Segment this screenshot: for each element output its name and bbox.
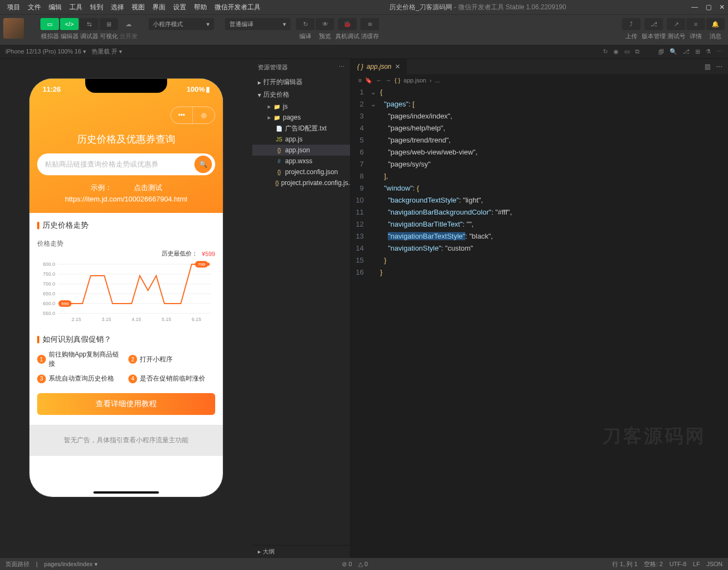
record-icon[interactable]: ◉ xyxy=(613,48,619,55)
clearcache-lbl: 清缓存 xyxy=(361,32,379,40)
mode-select[interactable]: 小程序模式▾ xyxy=(149,18,214,30)
svg-text:2.15: 2.15 xyxy=(72,317,81,322)
file-tree-item[interactable]: ▸📁pages xyxy=(252,112,350,123)
messages-lbl: 消息 xyxy=(709,32,721,40)
code-editor[interactable]: 12345678910111213141516 ⌄⌄ { "pages": [ … xyxy=(351,86,728,278)
visual-button[interactable]: ⊞ xyxy=(99,18,118,30)
outline-section[interactable]: ▸ 大纲 xyxy=(252,545,350,558)
phone-frame: 11:26 100%▮ ••• ◎ 历史价格及优惠券查询 粘贴商品链接查询价格走… xyxy=(29,79,223,497)
clearcache-button[interactable]: ≋ xyxy=(360,18,379,30)
encoding[interactable]: UTF-8 xyxy=(670,561,686,567)
step-4: 是否在促销前临时涨价 xyxy=(140,374,205,383)
open-editors-section[interactable]: ▸打开的编辑器 xyxy=(252,76,350,88)
chevron-down-icon: ▾ xyxy=(258,91,261,99)
tutorial-button[interactable]: 查看详细使用教程 xyxy=(37,393,215,415)
file-tree-item[interactable]: {}app.json xyxy=(252,145,350,156)
explorer-more-icon[interactable]: ⋯ xyxy=(339,63,345,72)
device-select[interactable]: iPhone 12/13 (Pro) 100% 16 ▾ xyxy=(5,48,86,55)
file-tree-item[interactable]: 📄广告ID配置.txt xyxy=(252,123,350,134)
menu-wxdev[interactable]: 微信开发者工具 xyxy=(211,3,264,12)
file-tree-item[interactable]: {}project.private.config.js... xyxy=(252,177,350,188)
file-tree-item[interactable]: {}project.config.json xyxy=(252,167,350,177)
menu-select[interactable]: 选择 xyxy=(107,3,128,12)
app-title: 历史价格及优惠券查询 xyxy=(37,133,215,146)
menu-file[interactable]: 文件 xyxy=(24,3,45,12)
branch-icon[interactable]: ⎇ xyxy=(683,48,690,55)
menu-tool[interactable]: 工具 xyxy=(66,3,86,12)
editor-tab[interactable]: { }app.json✕ xyxy=(351,59,407,74)
editor-button[interactable]: </> xyxy=(60,18,79,30)
project-section[interactable]: ▾历史价格 xyxy=(252,88,350,101)
status-battery: 100%▮ xyxy=(187,85,210,93)
upload-button[interactable]: ⤴ xyxy=(622,18,641,30)
files-icon[interactable]: 🗐 xyxy=(658,49,664,55)
compile-select[interactable]: 普通编译▾ xyxy=(225,18,291,30)
file-tree-item[interactable]: ▸📁js xyxy=(252,101,350,112)
close-button[interactable]: ✕ xyxy=(719,3,725,11)
avatar[interactable] xyxy=(3,18,24,39)
close-tab-icon[interactable]: ✕ xyxy=(395,63,400,70)
chevron-down-icon: ▾ xyxy=(206,21,210,28)
split-icon[interactable]: ▥ xyxy=(705,63,711,70)
back-icon[interactable]: ← xyxy=(376,77,382,84)
test-icon[interactable]: ⚗ xyxy=(706,48,711,55)
search-icon[interactable]: 🔍 xyxy=(670,48,677,55)
details-button[interactable]: ≡ xyxy=(686,18,705,30)
search-box[interactable]: 粘贴商品链接查询价格走势或优惠券 🔍 xyxy=(37,153,215,175)
errors-count[interactable]: ⊘ 0 xyxy=(342,561,352,568)
file-tree-item[interactable]: #app.wxss xyxy=(252,156,350,167)
page-path-select[interactable]: pages/index/index ▾ xyxy=(44,561,98,568)
forward-icon[interactable]: → xyxy=(385,77,391,84)
device-icon[interactable]: ▭ xyxy=(624,48,630,55)
ext-icon[interactable]: ⊞ xyxy=(695,48,700,55)
search-button[interactable]: 🔍 xyxy=(194,156,212,173)
svg-text:799: 799 xyxy=(198,262,205,267)
eol[interactable]: LF xyxy=(693,561,700,567)
menu-goto[interactable]: 转到 xyxy=(86,3,107,12)
fold-icon[interactable]: ≡ xyxy=(358,77,362,84)
copy-icon[interactable]: ⧉ xyxy=(635,48,640,55)
simulator-button[interactable]: ▭ xyxy=(40,18,59,30)
debugger-button[interactable]: ⇆ xyxy=(80,18,98,30)
menu-ui[interactable]: 界面 xyxy=(149,3,169,12)
example-test-link[interactable]: 点击测试 xyxy=(134,183,162,193)
menu-view[interactable]: 视图 xyxy=(128,3,149,12)
messages-button[interactable]: 🔔 xyxy=(706,18,725,30)
menu-help[interactable]: 帮助 xyxy=(190,3,211,12)
indent-setting[interactable]: 空格: 2 xyxy=(644,560,662,568)
capsule-close-button[interactable]: ◎ xyxy=(193,107,215,123)
maximize-button[interactable]: ▢ xyxy=(706,3,712,11)
compile-button[interactable]: ↻ xyxy=(296,18,315,30)
window-title: 历史价格_刀客源码网 - 微信开发者工具 Stable 1.06.2209190 xyxy=(264,3,691,12)
breadcrumb[interactable]: ≡ 🔖 ← → { }app.json›... xyxy=(351,74,728,86)
capsule-menu-button[interactable]: ••• xyxy=(171,107,193,123)
cloud-button[interactable]: ☁ xyxy=(119,18,138,30)
warnings-count[interactable]: △ 0 xyxy=(358,561,368,568)
file-tree-item[interactable]: JSapp.js xyxy=(252,134,350,145)
cloud-label: 云开发 xyxy=(120,32,138,40)
realdevice-button[interactable]: 🐞 xyxy=(338,18,357,30)
more-icon[interactable]: ⋯ xyxy=(717,48,723,55)
hotreload-toggle[interactable]: 热重载 开 ▾ xyxy=(92,48,122,56)
example-url[interactable]: https://item.jd.com/100026667904.html xyxy=(37,195,215,203)
more-icon[interactable]: ⋯ xyxy=(716,63,723,70)
menu-settings[interactable]: 设置 xyxy=(169,3,190,12)
refresh-icon[interactable]: ↻ xyxy=(603,48,608,55)
version-button[interactable]: ⎇ xyxy=(644,18,663,30)
test-button[interactable]: ↗ xyxy=(667,18,685,30)
home-indicator xyxy=(93,491,159,494)
section-howto-title: 如何识别真假促销？ xyxy=(43,335,111,345)
device-bar: iPhone 12/13 (Pro) 100% 16 ▾ 热重载 开 ▾ ↻ ◉… xyxy=(0,45,728,59)
menu-bar: 项目 文件 编辑 工具 转到 选择 视图 界面 设置 帮助 微信开发者工具 历史… xyxy=(0,0,728,14)
menu-project[interactable]: 项目 xyxy=(3,3,24,12)
status-bar: 页面路径 | pages/index/index ▾ ⊘ 0 △ 0 行 1, … xyxy=(0,558,728,570)
price-chart: 800.0 750.0 700.0 650.0 600.0 550.0 xyxy=(37,258,215,323)
minimize-button[interactable]: — xyxy=(691,3,698,11)
cursor-position[interactable]: 行 1, 列 1 xyxy=(612,560,637,568)
language-mode[interactable]: JSON xyxy=(707,561,723,567)
menu-edit[interactable]: 编辑 xyxy=(45,3,66,12)
bookmark-icon[interactable]: 🔖 xyxy=(365,77,372,84)
svg-text:3.15: 3.15 xyxy=(102,317,111,322)
upload-lbl: 上传 xyxy=(625,32,637,40)
preview-button[interactable]: 👁 xyxy=(316,18,334,30)
